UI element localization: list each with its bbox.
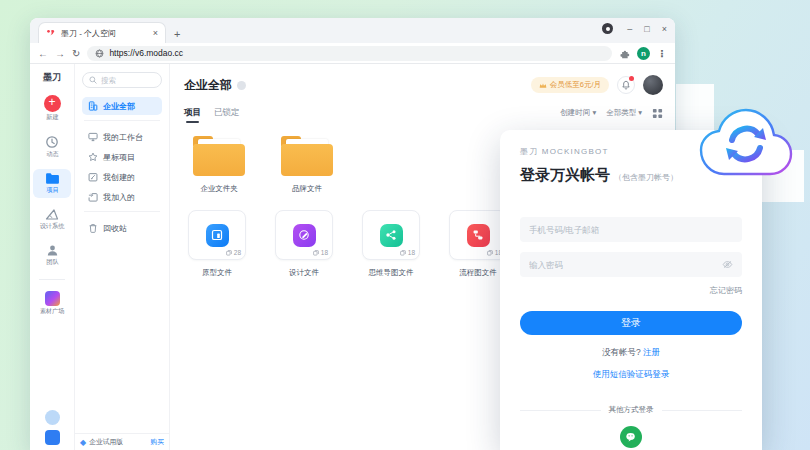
sidebar-item-activity[interactable]: 动态 <box>33 132 71 162</box>
reload-icon[interactable]: ↻ <box>72 48 80 59</box>
sidebar-item-create[interactable]: + 新建 <box>33 92 71 125</box>
forgot-password-link[interactable]: 忘记密码 <box>520 285 742 296</box>
other-login-divider: 其他方式登录 <box>520 405 742 415</box>
file-item[interactable]: 18 思维导图文件 <box>362 210 420 278</box>
folder-name: 企业文件夹 <box>200 184 238 194</box>
person-icon <box>46 244 59 257</box>
globe-icon <box>95 49 104 58</box>
design-ruler-icon <box>45 208 59 221</box>
password-input[interactable] <box>529 260 722 270</box>
nav-item-my-workspace[interactable]: 我的工作台 <box>82 128 162 146</box>
new-tab-button[interactable]: + <box>174 28 180 40</box>
nav-sidebar: 企业全部 我的工作台 星标项目 <box>75 64 170 450</box>
building-icon <box>88 101 98 111</box>
notification-dot <box>629 76 634 81</box>
tab-locked[interactable]: 已锁定 <box>214 107 240 119</box>
plus-icon: + <box>44 95 61 112</box>
mindmap-file-icon <box>380 224 403 247</box>
back-icon[interactable]: ← <box>38 48 48 59</box>
folder-item[interactable]: 品牌文件 <box>276 136 338 194</box>
file-name: 流程图文件 <box>459 268 497 278</box>
material-plaza-icon <box>45 291 60 306</box>
file-name: 原型文件 <box>202 268 232 278</box>
folder-item[interactable]: 企业文件夹 <box>188 136 250 194</box>
window-maximize-button[interactable]: □ <box>644 24 649 34</box>
extensions-puzzle-icon[interactable] <box>619 48 630 59</box>
screens-icon <box>313 250 319 256</box>
crown-icon <box>539 82 547 89</box>
url-field[interactable]: https://v6.modao.cc <box>87 46 612 61</box>
trash-icon <box>88 223 98 233</box>
sidebar-item-design-system[interactable]: 设计系统 <box>33 205 71 234</box>
search-input[interactable] <box>101 76 151 85</box>
browser-profile-avatar[interactable]: n <box>637 47 650 60</box>
folder-name: 品牌文件 <box>292 184 322 194</box>
folder-icon <box>281 136 333 176</box>
url-text: https://v6.modao.cc <box>109 48 183 58</box>
screen-count-badge: 18 <box>400 249 415 256</box>
created-edit-icon <box>88 172 98 182</box>
nav-item-all-enterprise[interactable]: 企业全部 <box>82 97 162 115</box>
nav-item-joined[interactable]: 我加入的 <box>82 188 162 206</box>
account-field-wrap <box>520 217 742 242</box>
plan-footer: ◆ 企业试用版 购买 <box>75 433 169 450</box>
design-file-icon <box>293 224 316 247</box>
browser-extension-icon[interactable] <box>602 23 613 34</box>
register-link[interactable]: 注册 <box>643 347 660 357</box>
eye-off-icon[interactable] <box>722 260 733 269</box>
buy-link[interactable]: 购买 <box>150 437 164 447</box>
nav-item-starred[interactable]: 星标项目 <box>82 148 162 166</box>
type-filter-dropdown[interactable]: 全部类型 ▾ <box>606 108 642 118</box>
account-avatar[interactable] <box>643 75 663 95</box>
workbench-icon <box>88 132 98 142</box>
joined-arrow-icon <box>88 192 98 202</box>
title-info-icon[interactable] <box>237 81 246 90</box>
cloud-sync-illustration <box>694 90 798 190</box>
icon-sidebar: 墨刀 + 新建 动态 项目 <box>30 64 75 450</box>
clock-icon <box>45 135 59 149</box>
star-icon <box>88 152 98 162</box>
browser-tab-strip: 墨刀 - 个人空间 × + – □ × <box>30 18 675 43</box>
file-name: 设计文件 <box>289 268 319 278</box>
sidebar-item-projects[interactable]: 项目 <box>33 169 71 198</box>
plan-label: 企业试用版 <box>89 437 123 447</box>
grid-view-icon[interactable] <box>652 108 663 119</box>
window-minimize-button[interactable]: – <box>627 24 632 34</box>
sidebar-item-material-plaza[interactable]: 素材广场 <box>33 288 71 319</box>
notification-bell-button[interactable] <box>617 76 635 94</box>
no-account-text: 没有帐号? <box>602 347 641 357</box>
workspace-avatar[interactable] <box>45 430 60 445</box>
file-item[interactable]: 18 流程图文件 <box>449 210 507 278</box>
screens-icon <box>400 250 406 256</box>
browser-menu-icon[interactable]: ⋮ <box>657 48 667 59</box>
bell-icon <box>621 80 631 90</box>
modal-title-note: （包含墨刀帐号） <box>614 172 678 183</box>
browser-address-bar: ← → ↻ https://v6.modao.cc n ⋮ <box>30 43 675 64</box>
file-item[interactable]: 28 原型文件 <box>188 210 246 278</box>
file-item[interactable]: 18 设计文件 <box>275 210 333 278</box>
desktop-background: 墨刀 - 个人空间 × + – □ × ← → ↻ https://v6.mod… <box>0 0 810 450</box>
tab-title: 墨刀 - 个人空间 <box>61 28 148 39</box>
search-icon <box>89 76 97 84</box>
wechat-login-button[interactable] <box>620 426 642 448</box>
search-box[interactable] <box>82 72 162 88</box>
window-close-button[interactable]: × <box>662 24 667 34</box>
sidebar-item-team[interactable]: 团队 <box>33 241 71 270</box>
file-name: 思维导图文件 <box>369 268 414 278</box>
page-title: 企业全部 <box>184 77 232 94</box>
tab-projects[interactable]: 项目 <box>184 107 201 119</box>
nav-divider <box>84 211 160 212</box>
login-button[interactable]: 登录 <box>520 311 742 335</box>
membership-promo-button[interactable]: 会员低至6元/月 <box>531 77 609 93</box>
screens-icon <box>487 250 493 256</box>
browser-tab[interactable]: 墨刀 - 个人空间 × <box>38 22 166 43</box>
sort-by-dropdown[interactable]: 创建时间 ▾ <box>560 108 596 118</box>
nav-item-created-by-me[interactable]: 我创建的 <box>82 168 162 186</box>
flowchart-file-icon <box>467 224 490 247</box>
account-input[interactable] <box>529 225 733 235</box>
tab-close-icon[interactable]: × <box>153 28 158 38</box>
nav-item-trash[interactable]: 回收站 <box>82 219 162 237</box>
user-avatar[interactable] <box>45 410 60 425</box>
sms-login-link[interactable]: 使用短信验证码登录 <box>520 369 742 381</box>
forward-icon[interactable]: → <box>55 48 65 59</box>
